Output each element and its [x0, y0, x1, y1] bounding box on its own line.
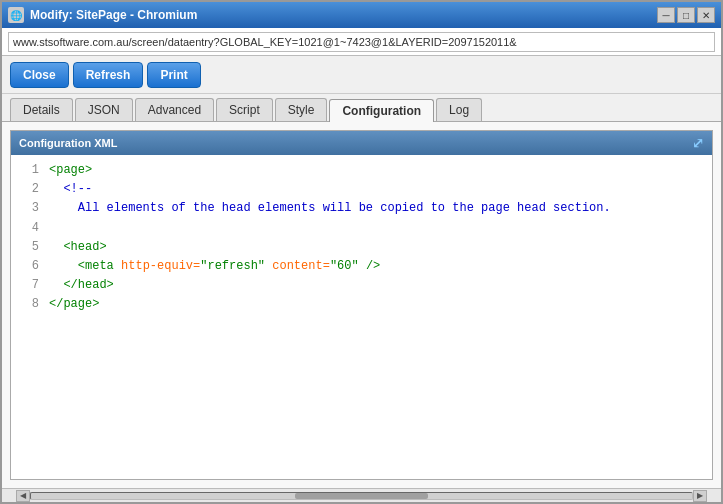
code-content: <page> — [49, 161, 708, 180]
line-number: 2 — [15, 180, 39, 199]
browser-window: 🌐 Modify: SitePage - Chromium ─ □ ✕ Clos… — [0, 0, 723, 504]
code-content: <!-- — [49, 180, 708, 199]
tab-advanced[interactable]: Advanced — [135, 98, 214, 121]
code-content: <head> — [49, 238, 708, 257]
xml-panel-title: Configuration XML — [19, 137, 117, 149]
scroll-track[interactable] — [30, 492, 693, 500]
code-line-3: 3 All elements of the head elements will… — [11, 199, 712, 218]
scroll-left-button[interactable]: ◀ — [16, 490, 30, 502]
horizontal-scrollbar[interactable]: ◀ ▶ — [2, 488, 721, 502]
code-line-2: 2 <!-- — [11, 180, 712, 199]
tabs-bar: Details JSON Advanced Script Style Confi… — [2, 94, 721, 122]
xml-panel: Configuration XML ⤢ 1 <page> 2 <!-- 3 — [10, 130, 713, 480]
code-content — [49, 219, 708, 238]
line-number: 5 — [15, 238, 39, 257]
line-number: 6 — [15, 257, 39, 276]
url-input[interactable] — [8, 32, 715, 52]
refresh-button[interactable]: Refresh — [73, 62, 144, 88]
code-content: </page> — [49, 295, 708, 314]
close-window-button[interactable]: ✕ — [697, 7, 715, 23]
close-button[interactable]: Close — [10, 62, 69, 88]
line-number: 3 — [15, 199, 39, 218]
toolbar: Close Refresh Print — [2, 56, 721, 94]
scroll-right-button[interactable]: ▶ — [693, 490, 707, 502]
tab-details[interactable]: Details — [10, 98, 73, 121]
code-line-5: 5 <head> — [11, 238, 712, 257]
main-content: Configuration XML ⤢ 1 <page> 2 <!-- 3 — [2, 122, 721, 488]
line-number: 8 — [15, 295, 39, 314]
window-controls: ─ □ ✕ — [657, 7, 715, 23]
tab-script[interactable]: Script — [216, 98, 273, 121]
code-line-7: 7 </head> — [11, 276, 712, 295]
code-line-8: 8 </page> — [11, 295, 712, 314]
minimize-button[interactable]: ─ — [657, 7, 675, 23]
maximize-button[interactable]: □ — [677, 7, 695, 23]
expand-icon[interactable]: ⤢ — [692, 135, 704, 151]
window-title: Modify: SitePage - Chromium — [30, 8, 651, 22]
xml-code-area[interactable]: 1 <page> 2 <!-- 3 All elements of the he… — [11, 155, 712, 479]
tab-configuration[interactable]: Configuration — [329, 99, 434, 122]
line-number: 1 — [15, 161, 39, 180]
tab-log[interactable]: Log — [436, 98, 482, 121]
address-bar — [2, 28, 721, 56]
line-number: 4 — [15, 219, 39, 238]
window-icon: 🌐 — [8, 7, 24, 23]
xml-panel-header: Configuration XML ⤢ — [11, 131, 712, 155]
code-content: </head> — [49, 276, 708, 295]
code-line-1: 1 <page> — [11, 161, 712, 180]
print-button[interactable]: Print — [147, 62, 200, 88]
scroll-thumb[interactable] — [295, 493, 427, 499]
tab-style[interactable]: Style — [275, 98, 328, 121]
title-bar: 🌐 Modify: SitePage - Chromium ─ □ ✕ — [2, 2, 721, 28]
code-line-6: 6 <meta http-equiv="refresh" content="60… — [11, 257, 712, 276]
code-content: All elements of the head elements will b… — [49, 199, 708, 218]
tab-json[interactable]: JSON — [75, 98, 133, 121]
line-number: 7 — [15, 276, 39, 295]
code-content: <meta http-equiv="refresh" content="60" … — [49, 257, 708, 276]
code-line-4: 4 — [11, 219, 712, 238]
